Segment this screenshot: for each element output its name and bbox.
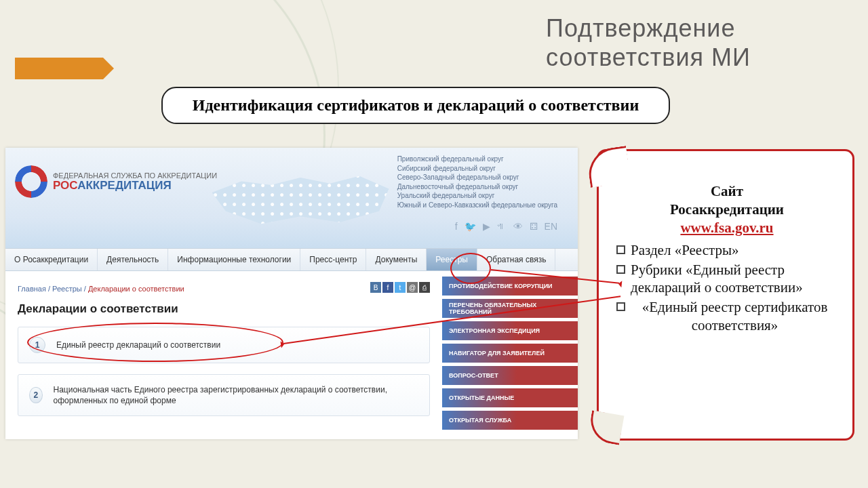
side-faq[interactable]: ВОПРОС-ОТВЕТ bbox=[442, 366, 578, 385]
info-bullet-1: Раздел «Реестры» bbox=[615, 241, 839, 260]
mail-icon[interactable]: @ bbox=[407, 282, 418, 293]
info-bullet-2: Рубрики «Единый реестр деклараций о соот… bbox=[615, 261, 839, 298]
site-header: ФЕДЕРАЛЬНАЯ СЛУЖБА ПО АККРЕДИТАЦИИ РОСАК… bbox=[5, 148, 578, 248]
twitter-icon[interactable]: 🐦 bbox=[465, 221, 476, 232]
vk-icon[interactable]: B bbox=[370, 282, 381, 293]
registry-number: 2 bbox=[29, 387, 43, 403]
nav-about[interactable]: О Росаккредитации bbox=[5, 249, 98, 270]
crumb-current: Декларации о соответствии bbox=[88, 285, 184, 293]
info-bullet-text: Рубрики «Единый реестр деклараций о соот… bbox=[631, 261, 839, 298]
registry-item-2[interactable]: 2 Национальная часть Единого реестра зар… bbox=[18, 374, 430, 416]
main-nav: О Росаккредитации Деятельность Информаци… bbox=[5, 248, 578, 271]
info-line1: Сайт bbox=[615, 182, 839, 201]
district-link[interactable]: Уральский федеральный округ bbox=[397, 191, 557, 201]
side-openservice[interactable]: ОТКРЫТАЯ СЛУЖБА bbox=[442, 411, 578, 430]
logo-brand-red: РОС bbox=[53, 179, 77, 192]
slide-title-line2: соответствия МИ bbox=[546, 43, 751, 72]
district-links: Приволжский федеральный округ Сибирский … bbox=[397, 155, 557, 209]
annotation-circle-registries bbox=[450, 253, 491, 284]
nav-press[interactable]: Пресс-центр bbox=[300, 249, 366, 270]
nav-docs[interactable]: Документы bbox=[366, 249, 427, 270]
social-row: f 🐦 ▶ ៕ 👁 ⚃ EN bbox=[455, 221, 557, 232]
slide-subtitle: Идентификация сертификатов и деклараций … bbox=[161, 87, 670, 124]
sitemap-icon[interactable]: ⚃ bbox=[530, 221, 538, 232]
rss-icon[interactable]: ៕ bbox=[497, 221, 507, 232]
orange-accent-shape bbox=[15, 58, 103, 79]
site-logo[interactable]: ФЕДЕРАЛЬНАЯ СЛУЖБА ПО АККРЕДИТАЦИИ РОСАК… bbox=[15, 165, 217, 198]
info-card: Сайт Росаккредитации www.fsa.gov.ru Разд… bbox=[597, 149, 854, 441]
eye-icon[interactable]: 👁 bbox=[513, 221, 523, 232]
map-illustration bbox=[202, 163, 399, 237]
slide-title: Подтверждение соответствия МИ bbox=[546, 14, 751, 72]
nav-activity[interactable]: Деятельность bbox=[98, 249, 168, 270]
share-icons: B f t @ ⎙ bbox=[370, 282, 430, 293]
info-bullet-text: «Единый реестр сертификатов соответствия… bbox=[631, 298, 839, 335]
print-icon[interactable]: ⎙ bbox=[419, 282, 430, 293]
district-link[interactable]: Северо-Западный федеральный округ bbox=[397, 173, 557, 182]
crumb-section[interactable]: Реестры bbox=[52, 285, 82, 293]
side-column: ПРОТИВОДЕЙСТВИЕ КОРРУПЦИИ ПЕРЕЧЕНЬ ОБЯЗА… bbox=[442, 272, 578, 439]
district-link[interactable]: Сибирский федеральный округ bbox=[397, 164, 557, 174]
slide-title-line1: Подтверждение bbox=[546, 14, 751, 43]
district-link[interactable]: Дальневосточный федеральный округ bbox=[397, 182, 557, 192]
scroll-curl-bottom bbox=[587, 410, 625, 445]
youtube-icon[interactable]: ▶ bbox=[483, 221, 490, 232]
info-bullet-3: «Единый реестр сертификатов соответствия… bbox=[615, 298, 839, 335]
side-requirements[interactable]: ПЕРЕЧЕНЬ ОБЯЗАТЕЛЬНЫХ ТРЕБОВАНИЙ bbox=[442, 299, 578, 318]
info-bullet-text: Раздел «Реестры» bbox=[631, 241, 739, 260]
side-expedition[interactable]: ЭЛЕКТРОННАЯ ЭКСПЕДИЦИЯ bbox=[442, 321, 578, 340]
square-bullet-icon bbox=[616, 265, 625, 274]
square-bullet-icon bbox=[616, 245, 625, 254]
info-line2: Росаккредитации bbox=[615, 201, 839, 219]
lang-switch[interactable]: EN bbox=[545, 221, 557, 232]
side-opendata[interactable]: ОТКРЫТЫЕ ДАННЫЕ bbox=[442, 388, 578, 407]
fb-share-icon[interactable]: f bbox=[382, 282, 393, 293]
nav-it[interactable]: Информационные технологии bbox=[168, 249, 300, 270]
website-screenshot: ФЕДЕРАЛЬНАЯ СЛУЖБА ПО АККРЕДИТАЦИИ РОСАК… bbox=[5, 148, 578, 439]
breadcrumb: Главная / Реестры / Декларации о соответ… bbox=[18, 285, 184, 293]
scroll-curl-top bbox=[586, 146, 631, 188]
page-title: Декларации о соответствии bbox=[18, 302, 430, 316]
district-link[interactable]: Южный и Северо-Кавказский федеральные ок… bbox=[397, 201, 557, 210]
annotation-circle-item1 bbox=[27, 323, 283, 362]
tw-share-icon[interactable]: t bbox=[395, 282, 406, 293]
logo-mark-icon bbox=[15, 165, 47, 198]
logo-brand-blue: АККРЕДИТАЦИЯ bbox=[77, 179, 171, 192]
facebook-icon[interactable]: f bbox=[455, 221, 458, 232]
info-link[interactable]: www.fsa.gov.ru bbox=[615, 219, 839, 237]
square-bullet-icon bbox=[616, 302, 625, 311]
side-navigator[interactable]: НАВИГАТОР ДЛЯ ЗАЯВИТЕЛЕЙ bbox=[442, 344, 578, 363]
registry-text: Национальная часть Единого реестра зарег… bbox=[54, 384, 419, 406]
logo-text: ФЕДЕРАЛЬНАЯ СЛУЖБА ПО АККРЕДИТАЦИИ РОСАК… bbox=[53, 171, 217, 192]
crumb-home[interactable]: Главная bbox=[18, 285, 46, 293]
district-link[interactable]: Приволжский федеральный округ bbox=[397, 155, 557, 164]
